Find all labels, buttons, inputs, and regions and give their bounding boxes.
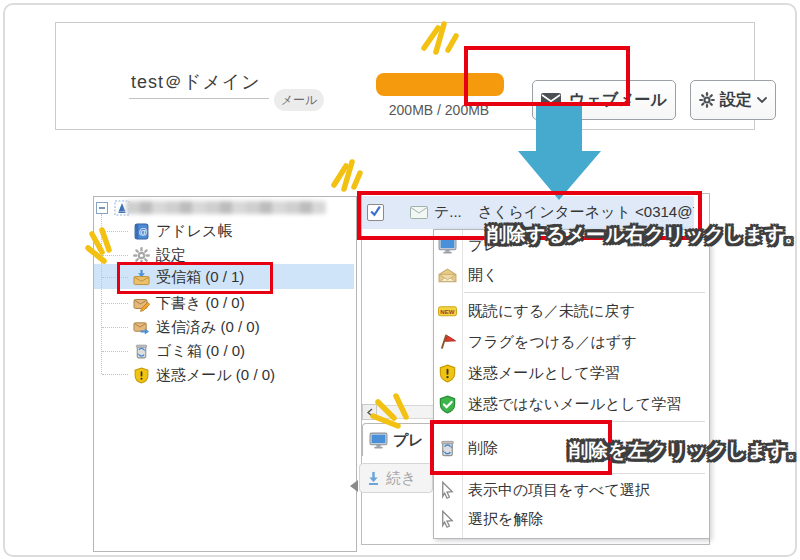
tree-item-label: 受信箱 (0 / 1) — [156, 268, 244, 287]
screenshot-canvas: test＠ドメイン メール 200MB / 200MB ウェブメール 設 — [0, 0, 800, 560]
tree-item-label: 設定 — [156, 246, 186, 265]
menu-item-label: 削除 — [468, 439, 498, 458]
menu-item-label: 既読にする／未読に戻す — [468, 302, 635, 321]
more-button-label: 続き — [386, 469, 416, 488]
mail-sender: さくらインターネット <0314@7p — [478, 203, 694, 222]
draft-envelope-icon — [133, 295, 150, 312]
menu-item-label: 迷惑メールとして学習 — [468, 364, 620, 383]
tree-item-label: 送信済み (0 / 0) — [156, 318, 260, 337]
menu-item-flag[interactable]: フラグをつける／はずす — [434, 327, 709, 358]
tree-guide-stub — [102, 351, 128, 352]
gear-icon — [699, 92, 715, 108]
down-arrow — [508, 102, 608, 202]
account-name: test＠ドメイン — [131, 70, 261, 94]
menu-item-label: 選択を解除 — [468, 510, 543, 529]
settings-button-label: 設定 — [720, 90, 752, 111]
tree-item-label: アドレス帳 — [156, 222, 232, 241]
more-button[interactable]: 続き — [359, 463, 433, 493]
chevron-down-icon — [757, 97, 767, 103]
menu-separator — [464, 473, 705, 474]
settings-button[interactable]: 設定 — [690, 80, 776, 120]
svg-text:NEW: NEW — [440, 308, 455, 315]
preview-tab-label: プレ — [393, 431, 424, 450]
tree-root-row[interactable] — [96, 198, 130, 218]
sparkle-mark-maillist — [326, 155, 372, 199]
menu-item-deselect[interactable]: 選択を解除 — [434, 505, 709, 534]
tree-item-sent[interactable]: 送信済み (0 / 0) — [133, 317, 260, 337]
splitter-collapse-icon[interactable] — [350, 480, 358, 492]
tree-item-spam[interactable]: 迷惑メール (0 / 0) — [133, 365, 275, 385]
tree-guide-stub — [102, 277, 128, 278]
collapse-minus-icon[interactable] — [96, 202, 108, 214]
tree-item-address-book[interactable]: @ アドレス帳 — [133, 221, 232, 241]
account-name-redacted — [126, 201, 326, 214]
menu-separator — [464, 421, 705, 422]
account-underline — [129, 98, 269, 99]
tree-item-label: ゴミ箱 (0 / 0) — [156, 342, 245, 361]
download-arrow-icon — [366, 471, 381, 486]
sparkle-mark-inbox — [84, 224, 124, 272]
tree-item-settings[interactable]: 設定 — [133, 245, 186, 265]
mail-subject: テ... — [434, 203, 462, 222]
menu-item-learn-spam[interactable]: 迷惑メールとして学習 — [434, 358, 709, 389]
address-book-icon: @ — [133, 223, 150, 240]
inbox-icon — [133, 269, 150, 286]
menu-item-learn-not-spam[interactable]: 迷惑ではないメールとして学習 — [434, 389, 709, 420]
open-envelope-icon — [438, 266, 457, 285]
check-icon — [369, 205, 382, 218]
tree-item-inbox[interactable]: 受信箱 (0 / 1) — [133, 267, 244, 287]
sent-envelope-icon — [133, 319, 150, 336]
tree-guide-stub — [102, 374, 128, 375]
cursor-icon — [438, 481, 457, 500]
tree-item-label: 迷惑メール (0 / 0) — [156, 366, 275, 385]
menu-item-label: フラグをつける／はずす — [468, 333, 637, 352]
svg-text:@: @ — [139, 226, 148, 236]
tree-item-drafts[interactable]: 下書き (0 / 0) — [133, 293, 245, 313]
trash-icon — [438, 439, 457, 458]
gear-icon — [133, 247, 150, 264]
account-header-card: test＠ドメイン メール 200MB / 200MB ウェブメール 設 — [55, 22, 755, 130]
flag-icon — [438, 333, 457, 352]
shield-warning-icon — [438, 364, 457, 383]
sparkle-mark-delete — [368, 390, 414, 432]
tree-guide-stub — [102, 303, 128, 304]
tree-item-trash[interactable]: ゴミ箱 (0 / 0) — [133, 341, 245, 361]
quota-text: 200MB / 200MB — [372, 102, 506, 118]
menu-item-label: 迷惑ではないメールとして学習 — [468, 395, 681, 414]
shield-check-icon — [438, 395, 457, 414]
trash-icon — [133, 343, 150, 360]
tree-item-label: 下書き (0 / 0) — [156, 294, 245, 313]
menu-item-mark-read-unread[interactable]: NEW 既読にする／未読に戻す — [434, 296, 709, 327]
tree-guide-stub — [102, 327, 128, 328]
annotation-right-click: 削除するメール右クリックします。 — [487, 222, 800, 248]
mail-row-checkbox[interactable] — [367, 204, 384, 221]
menu-item-open[interactable]: 開く — [434, 259, 709, 291]
new-badge-icon: NEW — [438, 302, 457, 321]
menu-separator — [464, 292, 705, 293]
usage-bar-redacted — [376, 73, 504, 96]
menu-item-label: 表示中の項目をすべて選択 — [468, 481, 650, 500]
mail-badge: メール — [274, 89, 324, 111]
annotation-left-click: 削除を左クリックします。 — [569, 438, 800, 464]
context-menu: プレ 開く NEW 既読にする／未読に戻す — [433, 229, 710, 539]
mail-envelope-icon — [410, 206, 428, 219]
sparkle-mark-webmail — [414, 16, 466, 62]
monitor-icon — [438, 236, 457, 255]
menu-item-label: 開く — [468, 266, 498, 285]
cursor-icon — [438, 510, 457, 529]
shield-warning-icon — [133, 367, 150, 384]
menu-item-select-all[interactable]: 表示中の項目をすべて選択 — [434, 476, 709, 505]
monitor-icon — [369, 432, 388, 449]
